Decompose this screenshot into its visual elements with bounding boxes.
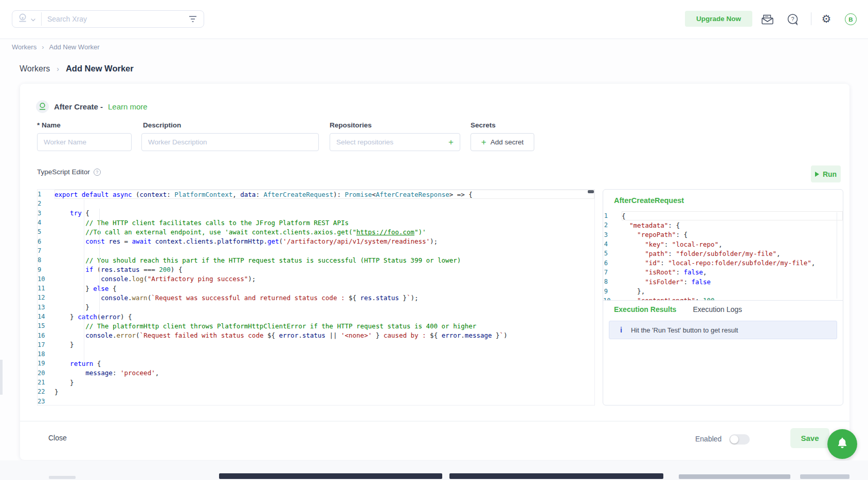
learn-more-link[interactable]: Learn more: [108, 102, 148, 111]
code-line[interactable]: 8 // You should reach this part if the H…: [38, 255, 594, 265]
save-button[interactable]: Save: [790, 428, 829, 448]
search-scope-selector[interactable]: [17, 14, 38, 24]
line-text: [55, 246, 594, 255]
enabled-toggle[interactable]: [729, 434, 750, 445]
run-test-info-banner: i Hit the 'Run Test' button to get resul…: [609, 321, 837, 339]
name-label: * Name: [37, 121, 61, 129]
code-line[interactable]: 10 console.log("Artifactory ping success…: [38, 274, 594, 284]
description-field[interactable]: [148, 138, 312, 146]
line-number: 4: [38, 219, 55, 226]
editor-scrollbar-thumb[interactable]: [588, 190, 594, 193]
line-text: console.warn(`Request was successful and…: [55, 293, 594, 302]
line-text: "isFolder": false: [622, 277, 843, 286]
repositories-select[interactable]: [336, 138, 448, 146]
code-line[interactable]: 4 // The HTTP client facilitates calls t…: [38, 218, 594, 227]
tab-execution-logs[interactable]: Execution Logs: [693, 305, 742, 313]
close-button[interactable]: Close: [48, 434, 67, 442]
help-icon[interactable]: ?: [787, 13, 799, 28]
line-text: // The platformHttp client throws Platfo…: [55, 321, 594, 330]
add-secret-label: Add secret: [491, 138, 524, 146]
code-line[interactable]: 6 "id": "local-repo:folder/subfolder/my-…: [603, 258, 843, 267]
code-line[interactable]: 2 "metadata": {: [603, 220, 843, 230]
line-number: 6: [38, 238, 55, 245]
code-line[interactable]: 5 //To call an external endpoint, use 'a…: [38, 227, 594, 236]
code-line[interactable]: 9 if (res.status === 200) {: [38, 265, 594, 274]
add-repository-icon[interactable]: +: [448, 138, 454, 146]
breadcrumb-workers[interactable]: Workers: [12, 43, 37, 51]
add-secret-button[interactable]: + Add secret: [471, 133, 534, 151]
scrollbar-sliver[interactable]: [0, 360, 3, 395]
title-chevron-icon: ›: [57, 65, 59, 73]
tab-execution-results[interactable]: Execution Results: [614, 305, 676, 313]
line-number: 7: [603, 269, 622, 276]
line-number: 6: [603, 260, 622, 267]
line-text: "metadata": {: [622, 220, 843, 230]
notifications-fab[interactable]: [827, 429, 857, 459]
code-line[interactable]: 13 }: [38, 303, 594, 312]
settings-gear-icon[interactable]: ⚙: [820, 12, 833, 26]
line-number: 4: [603, 241, 622, 248]
code-line[interactable]: 1export default async (context: Platform…: [38, 190, 594, 199]
code-line[interactable]: 2: [38, 199, 594, 208]
code-line[interactable]: 5 "path": "folder/subfolder/my-file",: [603, 249, 843, 258]
line-number: 22: [38, 388, 55, 395]
upgrade-now-button[interactable]: Upgrade Now: [685, 11, 752, 27]
line-number: 19: [38, 360, 55, 367]
code-line[interactable]: 14 } catch(error) {: [38, 312, 594, 321]
background-artifact: [219, 473, 442, 479]
mail-icon[interactable]: [761, 13, 774, 27]
request-scrollbar-track[interactable]: [837, 212, 837, 299]
code-line[interactable]: 17 }: [38, 340, 594, 349]
name-field-wrap: [37, 133, 132, 151]
code-line[interactable]: 12 console.warn(`Request was successful …: [38, 293, 594, 302]
code-line[interactable]: 8 "isFolder": false: [603, 277, 843, 286]
code-line[interactable]: 4 "key": "local-repo",: [603, 239, 843, 249]
line-number: 1: [38, 191, 55, 198]
breadcrumb-current: Add New Worker: [49, 43, 100, 51]
run-button[interactable]: Run: [811, 165, 841, 182]
request-json-viewer[interactable]: 1{2 "metadata": {3 "repoPath": {4 "key":…: [603, 211, 843, 301]
line-text: message: 'proceed',: [55, 368, 594, 378]
code-line[interactable]: 3 "repoPath": {: [603, 230, 843, 239]
code-line[interactable]: 7: [38, 246, 594, 255]
code-line[interactable]: 15 // The platformHttp client throws Pla…: [38, 321, 594, 330]
line-number: 18: [38, 350, 55, 358]
code-line[interactable]: 21 }: [38, 378, 594, 387]
name-field[interactable]: [44, 138, 125, 146]
code-line[interactable]: 19 return {: [38, 359, 594, 368]
code-line[interactable]: 22}: [38, 387, 594, 396]
search-input[interactable]: Search Xray: [47, 11, 87, 27]
plus-icon: +: [481, 138, 486, 146]
title-parent-link[interactable]: Workers: [20, 64, 50, 73]
search-box[interactable]: Search Xray: [12, 10, 204, 28]
request-panel: AfterCreateRequest 1{2 "metadata": {3 "r…: [603, 189, 843, 405]
avatar-initial: B: [848, 16, 853, 23]
line-number: 8: [603, 278, 622, 285]
code-line[interactable]: 1{: [603, 211, 843, 220]
line-text: "key": "local-repo",: [622, 239, 843, 249]
line-number: 3: [38, 210, 55, 217]
line-number: 13: [38, 304, 55, 311]
code-editor[interactable]: 1export default async (context: Platform…: [37, 189, 595, 405]
editor-help-icon[interactable]: ?: [94, 169, 101, 176]
code-line[interactable]: 3 try {: [38, 209, 594, 218]
code-line[interactable]: 16 console.error(`Request failed with st…: [38, 330, 594, 340]
search-filter-icon[interactable]: [189, 15, 197, 25]
code-line[interactable]: 23: [38, 397, 594, 405]
user-avatar[interactable]: B: [845, 13, 857, 25]
request-code-lines: 1{2 "metadata": {3 "repoPath": {4 "key":…: [603, 211, 843, 301]
code-line[interactable]: 9 },: [603, 286, 843, 296]
code-line[interactable]: 11 } else {: [38, 284, 594, 293]
line-text: {: [622, 211, 843, 220]
line-text: "contentLength": 100: [622, 296, 843, 301]
code-line[interactable]: 20 message: 'proceed',: [38, 368, 594, 378]
line-text: //To call an external endpoint, use 'awa…: [55, 227, 594, 236]
code-line[interactable]: 7 "isRoot": false,: [603, 268, 843, 277]
line-text: } else {: [55, 284, 594, 293]
code-line[interactable]: 18: [38, 349, 594, 359]
code-line[interactable]: 6 const res = await context.clients.plat…: [38, 236, 594, 246]
description-label: Description: [143, 121, 181, 129]
line-text: [55, 199, 594, 208]
line-text: }: [55, 340, 594, 349]
code-line[interactable]: 10 "contentLength": 100: [603, 296, 843, 301]
